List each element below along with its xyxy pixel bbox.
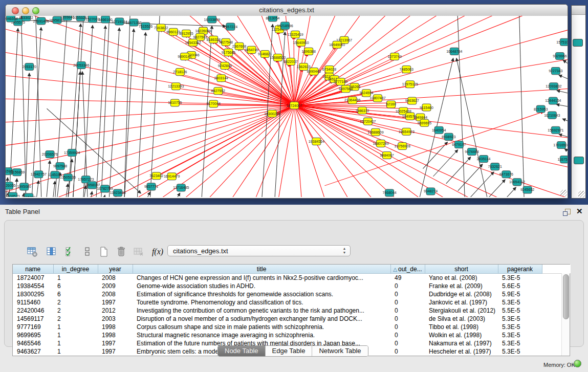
background-network-window[interactable] (571, 5, 586, 199)
graph-node-label: 15692971 (548, 128, 563, 132)
table-row[interactable]: 911546021997Tourette syndrome. Phenomeno… (13, 298, 571, 307)
table-mode-button[interactable] (25, 245, 39, 259)
column-header-name[interactable]: name (13, 265, 53, 274)
citation-edge-red[interactable] (273, 105, 294, 197)
table-selector-dropdown[interactable]: citations_edges.txt ▲▼ (167, 245, 351, 256)
row-height-button[interactable] (80, 245, 95, 259)
citation-edge-black[interactable] (68, 24, 81, 197)
table-cell: 6 (53, 282, 98, 290)
network-window-titlebar[interactable]: citations_edges.txt (6, 5, 568, 16)
citation-edge-black[interactable] (102, 195, 105, 197)
citation-edge-black[interactable] (35, 16, 41, 197)
citation-edge-red[interactable] (181, 105, 294, 197)
table-row[interactable]: 1456911722003Disruption of a novel membe… (13, 315, 571, 323)
graph-node-label: 2803144 (214, 76, 228, 80)
graph-node-label: 8990443 (307, 70, 321, 73)
select-columns-button[interactable] (63, 245, 77, 259)
graph-node-label: 7857224 (224, 25, 237, 29)
tab-edge-table[interactable]: Edge Table (266, 346, 313, 356)
table-cell: Wolkin et al. (1998) (425, 331, 498, 339)
citation-edge-black[interactable] (21, 16, 26, 197)
citation-edge-black[interactable] (564, 148, 568, 150)
citation-edge-black[interactable] (519, 16, 524, 197)
citation-network-graph[interactable]: 1872400789601238912955182260589827503165… (6, 16, 568, 197)
table-row[interactable]: 1938455462009Genome-wide association stu… (13, 282, 571, 290)
citation-edge-red[interactable] (294, 16, 499, 105)
function-builder-button[interactable]: f(x) (150, 245, 165, 259)
citation-edge-red[interactable] (6, 21, 294, 105)
float-panel-icon[interactable] (565, 209, 571, 214)
table-row[interactable]: 1872400712008Changes of HCN gene express… (13, 274, 571, 282)
citation-edge-black[interactable] (559, 75, 568, 79)
node-table[interactable]: namein_degreeyeartitle△out_de...shortpag… (12, 264, 570, 356)
graph-node-label: 20206576 (42, 152, 58, 156)
citation-edge-black[interactable] (101, 16, 110, 197)
close-panel-icon[interactable]: ✕ (576, 207, 583, 216)
citation-edge-red[interactable] (150, 105, 295, 197)
graph-node-label: 13716485 (173, 186, 189, 189)
table-cell: Estimation of significance thresholds fo… (133, 290, 390, 298)
citation-edge-black[interactable] (469, 172, 494, 197)
citation-edge-black[interactable] (557, 91, 568, 93)
table-row[interactable]: 969969511998Structural magnetic resonanc… (13, 331, 571, 339)
graph-node-label: 8938923 (442, 135, 455, 139)
citation-edge-black[interactable] (556, 104, 568, 106)
graph-node-label: 12093832 (546, 84, 561, 88)
citation-edge-red[interactable] (294, 16, 407, 105)
tab-node-table[interactable]: Node Table (218, 346, 266, 356)
citation-edge-black[interactable] (562, 119, 568, 121)
table-cell: 1 (53, 331, 98, 339)
table-panel-title: Table Panel (5, 208, 40, 215)
citation-edge-red[interactable] (6, 16, 294, 105)
column-header-pagerank[interactable]: pagerank (498, 265, 542, 274)
citation-edge-black[interactable] (73, 16, 84, 197)
citation-edge-black[interactable] (96, 26, 105, 197)
delete-table-button[interactable] (132, 245, 146, 259)
tab-network-table[interactable]: Network Table (312, 346, 367, 356)
column-visibility-button[interactable] (45, 245, 59, 259)
citation-edge-black[interactable] (52, 181, 55, 197)
citation-edge-black[interactable] (171, 193, 180, 197)
citation-edge-red[interactable] (183, 58, 294, 105)
column-header-title[interactable]: title (133, 265, 390, 274)
column-header-filler (542, 265, 571, 274)
create-column-button[interactable] (97, 245, 111, 259)
citation-edge-red[interactable] (294, 16, 469, 105)
delete-column-button[interactable] (114, 245, 128, 259)
column-header-out_de[interactable]: △out_de... (390, 265, 425, 274)
table-cell: 0 (390, 339, 425, 347)
column-header-in_degree[interactable]: in_degree (53, 265, 98, 274)
citation-edge-black[interactable] (491, 187, 516, 197)
column-header-short[interactable]: short (425, 265, 498, 274)
citation-edge-black[interactable] (559, 134, 568, 137)
citation-edge-black[interactable] (456, 58, 489, 197)
table-row[interactable]: 2242004622012Investigating the contribut… (13, 307, 571, 315)
table-row[interactable]: 977716911998Corpus callosum shape and si… (13, 323, 571, 331)
graph-node-label: 9777169 (334, 80, 347, 83)
network-canvas[interactable]: 1872400789601238912955182260589827503165… (6, 16, 568, 197)
citation-edge-black[interactable] (65, 184, 68, 197)
citation-edge-black[interactable] (563, 60, 568, 63)
citation-edge-red[interactable] (294, 36, 294, 105)
graph-node-label: 8633022 (19, 16, 33, 19)
citation-edge-red[interactable] (294, 105, 304, 197)
citation-edge-black[interactable] (458, 164, 483, 191)
table-cell: Changes of HCN gene expression and I(f) … (133, 274, 390, 282)
citation-edge-red[interactable] (175, 88, 294, 105)
table-cell: 19384554 (13, 282, 53, 290)
table-row[interactable]: 1830029562008Estimation of significance … (13, 290, 571, 298)
citation-edge-red[interactable] (6, 105, 294, 176)
graph-node-label: 18807249 (373, 142, 388, 145)
graph-node-label: 8215953 (534, 107, 548, 111)
graph-node-label: 7468044 (382, 191, 396, 194)
table-scrollbar[interactable] (561, 273, 570, 356)
citation-edge-black[interactable] (108, 28, 119, 197)
citation-edge-red[interactable] (294, 16, 531, 105)
graph-node-label: 19218596 (277, 24, 293, 28)
resize-grip[interactable] (560, 190, 567, 196)
citation-edge-black[interactable] (25, 73, 29, 197)
scrollbar-thumb[interactable] (563, 274, 569, 319)
resize-grip[interactable] (578, 191, 585, 198)
network-window[interactable]: citations_edges.txt 18724007896012389129… (5, 4, 568, 199)
column-header-year[interactable]: year (98, 265, 133, 274)
